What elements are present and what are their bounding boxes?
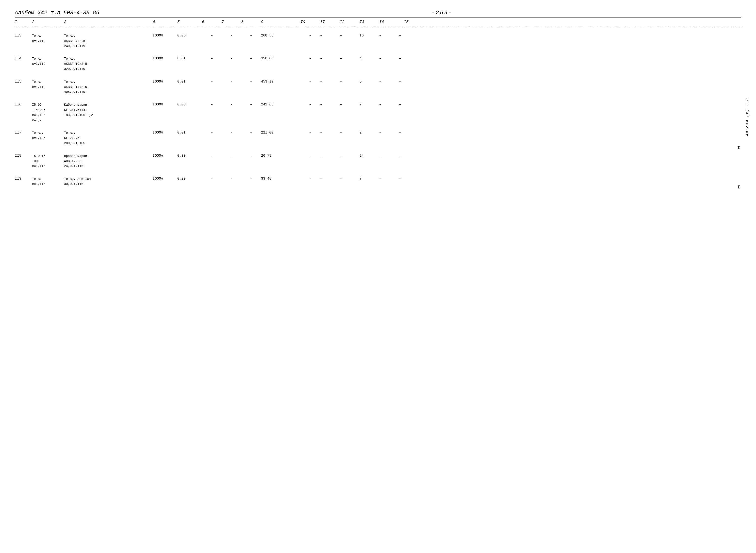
row-113-d10: – (301, 33, 320, 37)
row-117-d12: – (340, 131, 359, 135)
row-117-d14: – (379, 131, 399, 135)
header-row: Альбом Х42 т.п 503-4-35 86 -269- (15, 10, 741, 17)
column-headers: I 2 3 4 5 6 7 8 9 IO II I2 I3 I4 I5 (15, 18, 741, 26)
row-119-d8: – (241, 177, 261, 180)
table-row: II5 То жек=I,II9 То же,АКВВГ-I4х2,5405,0… (15, 75, 741, 97)
row-113-val9: 268,56 (261, 33, 301, 37)
col-header-4: 4 (153, 20, 177, 24)
row-119-d12: – (340, 177, 359, 181)
row-117-val13: 2 (359, 131, 379, 135)
row-113-d15: – (399, 33, 419, 38)
row-116-unit: IОООм (153, 102, 177, 106)
row-114-d12: – (340, 57, 359, 61)
row-117-ref: То же,к=I,I05 (32, 131, 64, 141)
row-118-d10: – (301, 154, 320, 158)
row-114-d6: – (202, 57, 222, 60)
col-header-7: 7 (222, 20, 241, 24)
row-114-d14: – (379, 57, 399, 61)
row-118-price: 0,90 (177, 154, 202, 158)
row-113-desc: То же,АКВВГ-7х2,5240,0.I,II9 (64, 33, 153, 49)
row-119-price: 0,20 (177, 177, 202, 180)
row-117-d15: – (399, 131, 419, 135)
row-114-price: 0,0I (177, 57, 202, 60)
row-116-d10: – (301, 102, 320, 106)
row-116-d6: – (202, 102, 222, 106)
page-container: Альбом Х42 т.п 503-4-35 86 -269- I 2 3 4… (0, 0, 756, 553)
table-row: II4 То жек=I,II9 То же,АКВВГ-IОх2,5320,0… (15, 52, 741, 74)
row-115-d11: – (320, 80, 340, 84)
row-119-d11: – (320, 177, 340, 181)
row-117-d8: – (241, 131, 261, 135)
row-113-unit: IОООм (153, 33, 177, 37)
table-row: II7 То же,к=I,I05 То же,КГ-2х2,5200,0.I,… (15, 126, 741, 149)
row-119-d6: – (202, 177, 222, 180)
col-header-8: 8 (241, 20, 261, 24)
marker-1: I (737, 145, 740, 150)
col-header-14: I4 (379, 20, 404, 24)
row-114-d11: – (320, 57, 340, 61)
row-114-d15: – (399, 57, 419, 61)
row-114-desc: То же,АКВВГ-IОх2,5320,0.I,II9 (64, 57, 153, 72)
row-117-unit: IОООм (153, 131, 177, 135)
row-113-num: II3 (15, 33, 32, 38)
row-117-d6: – (202, 131, 222, 135)
row-118-d15: – (399, 154, 419, 158)
col-header-5: 5 (177, 20, 202, 24)
row-119-val9: 33,48 (261, 177, 301, 180)
col-header-6: 6 (202, 20, 222, 24)
row-113-d12: – (340, 33, 359, 38)
row-115-price: 0,0I (177, 80, 202, 83)
row-114-ref: То жек=I,II9 (32, 57, 64, 67)
col-header-13: I3 (359, 20, 379, 24)
col-header-12: I2 (340, 20, 359, 24)
row-119-ref: То жек=I,II6 (32, 177, 64, 187)
row-118-val9: 26,78 (261, 154, 301, 158)
row-113-d11: – (320, 33, 340, 38)
row-119-d15: – (399, 177, 419, 181)
col-header-1: I (15, 20, 32, 24)
row-117-d10: – (301, 131, 320, 135)
row-115-unit: IОООм (153, 80, 177, 83)
row-115-val9: 453,I9 (261, 80, 301, 83)
row-113-d7: – (222, 33, 241, 37)
row-115-d10: – (301, 80, 320, 83)
row-118-d11: – (320, 154, 340, 158)
row-118-val13: 24 (359, 154, 379, 158)
col-header-2: 2 (32, 20, 64, 24)
col-header-11: II (320, 20, 340, 24)
row-116-desc: Кабель маркиКГ-3хI,5+IхII83,0.I,I05.I,2 (64, 102, 153, 118)
row-115-num: II5 (15, 80, 32, 84)
row-115-val13: 5 (359, 80, 379, 83)
row-116-val13: 7 (359, 102, 379, 106)
row-115-desc: То же,АКВВГ-I4х2,5405,0.I,II9 (64, 80, 153, 95)
side-label-text: Альбом (X) Т.П. (745, 95, 750, 136)
row-116-num: II6 (15, 102, 32, 107)
header-album: Альбом Х42 т.п 503-4-35 86 (15, 10, 143, 16)
row-117-d7: – (222, 131, 241, 135)
row-117-desc: То же,КГ-2х2,5200,0.I,I05 (64, 131, 153, 146)
row-119-d7: – (222, 177, 241, 180)
row-114-val13: 4 (359, 57, 379, 60)
row-116-d7: – (222, 102, 241, 106)
row-116-d14: – (379, 102, 399, 107)
row-113-val13: I6 (359, 33, 379, 37)
row-116-d12: – (340, 102, 359, 107)
row-114-num: II4 (15, 57, 32, 61)
row-118-num: II8 (15, 154, 32, 158)
table-row: II6 I5-09т.4-005к=I,I05к=I,2 Кабель марк… (15, 97, 741, 126)
row-115-d8: – (241, 80, 261, 83)
table-row: II3 То жек=I,II9 То же,АКВВГ-7х2,5240,0.… (15, 28, 741, 52)
row-115-d15: – (399, 80, 419, 84)
row-114-val9: 358,08 (261, 57, 301, 60)
row-116-ref: I5-09т.4-005к=I,I05к=I,2 (32, 102, 64, 123)
row-118-d7: – (222, 154, 241, 158)
row-118-d12: – (340, 154, 359, 158)
row-115-d6: – (202, 80, 222, 83)
row-116-val9: 242,66 (261, 102, 301, 106)
row-114-unit: IОООм (153, 57, 177, 60)
row-117-num: II7 (15, 131, 32, 135)
row-115-d7: – (222, 80, 241, 83)
row-119-val13: 7 (359, 177, 379, 180)
row-113-d8: – (241, 33, 261, 37)
table-row: II9 То жек=I,II6 То же, АПВ-Iх430,0.I,II… (15, 172, 741, 190)
